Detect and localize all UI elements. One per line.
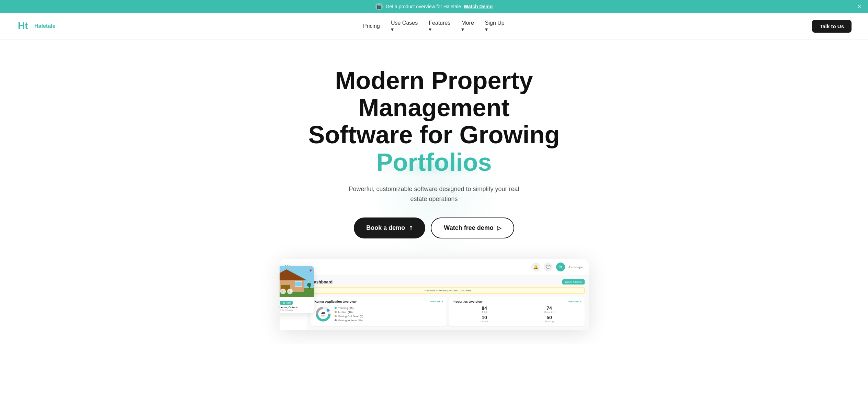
property-card-overlay: ♥ ‹ › For Rent Kitchener, Ontario 3 Bedr… xyxy=(280,266,314,313)
announcement-banner: 🎬 Get a product overview for Haletale Wa… xyxy=(0,0,868,13)
svg-rect-12 xyxy=(295,281,302,287)
nav-item-pricing[interactable]: Pricing xyxy=(363,23,380,29)
hero-buttons: Book a demo ↗ Watch free demo ▷ xyxy=(7,217,861,238)
renter-card-header: Renter Application Overview View All > xyxy=(315,300,443,303)
talk-to-us-button[interactable]: Talk to Us xyxy=(812,20,852,33)
book-demo-button[interactable]: Book a demo ↗ xyxy=(354,217,425,238)
property-info: For Rent Kitchener, Ontario 3 Bedrooms xyxy=(280,297,314,313)
features-chevron-icon: ▾ xyxy=(429,26,450,33)
logo-text: Haletale xyxy=(34,23,55,29)
renter-overview-card: Renter Application Overview View All > xyxy=(311,297,447,326)
hero-title: Modern Property Management Software for … xyxy=(286,67,582,176)
topbar-avatar: JK xyxy=(556,263,565,271)
dashboard-topbar: Ht 🔔 💬 JK Joe Keegan xyxy=(280,259,589,275)
stat-dot-moving-in xyxy=(335,319,337,321)
svg-text:Ht: Ht xyxy=(18,20,28,31)
renter-donut-chart: 40 Total xyxy=(315,305,332,323)
nav-item-use-cases[interactable]: Use Cases ▾ xyxy=(391,20,418,33)
stat-vacant: 10 Vacant xyxy=(453,315,516,323)
quick-actions-button[interactable]: Quick Actions xyxy=(562,279,584,284)
stat-pending: 50 Pending xyxy=(518,315,581,323)
dashboard-preview: Ht 🔔 💬 JK Joe Keegan Joe Keegan xyxy=(280,259,589,330)
properties-card-header: Properties Overview View All > xyxy=(453,300,581,303)
banner-text: Get a product overview for Haletale xyxy=(386,4,461,9)
topbar-actions: 🔔 💬 JK Joe Keegan xyxy=(531,263,583,271)
stat-occupied: 74 Occupied xyxy=(518,305,581,313)
property-sub: 3 Bedrooms xyxy=(280,309,311,311)
topbar-bell-icon: 🔔 xyxy=(531,263,540,271)
property-badge: For Rent xyxy=(280,301,293,305)
topbar-username: Joe Keegan xyxy=(568,266,583,269)
dashboard-title: Dashboard xyxy=(311,280,333,284)
nav-links: Pricing Use Cases ▾ Features ▾ More ▾ Si… xyxy=(363,20,505,33)
prev-property-button[interactable]: ‹ xyxy=(280,289,286,294)
svg-point-16 xyxy=(307,283,311,287)
renter-card-content: 40 Total Pending (15) xyxy=(315,305,443,323)
navbar: Ht Haletale Pricing Use Cases ▾ Features… xyxy=(0,13,868,40)
stat-moving-out: Moving Out Soon (9) xyxy=(335,315,363,318)
hero-title-part2: Software for Growing xyxy=(308,121,560,148)
watch-free-demo-button[interactable]: Watch free demo ▷ xyxy=(431,217,514,238)
property-address: Kitchener, Ontario xyxy=(280,306,311,309)
nav-item-signup[interactable]: Sign Up ▾ xyxy=(485,20,505,33)
dashboard-cards: Renter Application Overview View All > xyxy=(311,297,585,326)
topbar-chat-icon: 💬 xyxy=(544,263,553,271)
hero-title-part1: Modern Property Management xyxy=(335,67,533,121)
logo-icon: Ht xyxy=(16,19,32,34)
dashboard-header: Dashboard Quick Actions xyxy=(311,279,585,284)
dashboard-alert-1: You have 4 Pending Issues! Click Here xyxy=(311,287,585,294)
hero-subtitle: Powerful, customizable software designed… xyxy=(348,184,520,204)
stat-total: 84 Total xyxy=(453,305,516,313)
properties-view-all-link[interactable]: View All > xyxy=(568,300,581,303)
hero-section: Modern Property Management Software for … xyxy=(0,40,868,344)
stat-moving-in: Moving In Soon (49) xyxy=(335,319,363,322)
logo[interactable]: Ht Haletale xyxy=(16,19,55,34)
property-heart-icon[interactable]: ♥ xyxy=(309,268,312,273)
banner-watch-demo-link[interactable]: Watch Demo xyxy=(464,4,493,9)
dashboard-body: Joe Keegan Dashboard Dashboard Quick Act… xyxy=(280,275,589,330)
renter-view-all-link[interactable]: View All > xyxy=(430,300,443,303)
donut-value: 40 Total xyxy=(321,311,326,317)
arrow-icon: ↗ xyxy=(407,224,415,232)
stat-dot-pending xyxy=(335,307,337,309)
use-cases-chevron-icon: ▾ xyxy=(391,26,418,33)
banner-close-button[interactable]: × xyxy=(857,3,861,10)
stat-archive: Archive (10) xyxy=(335,311,363,314)
hero-title-highlight: Portfolios xyxy=(376,149,492,176)
stat-pending: Pending (15) xyxy=(335,306,363,310)
stat-dot-moving-out xyxy=(335,315,337,317)
signup-chevron-icon: ▾ xyxy=(485,26,505,33)
property-image: ♥ ‹ › xyxy=(280,266,314,297)
stat-dot-archive xyxy=(335,311,337,313)
renter-stats-list: Pending (15) Archive (10) Moving Out Soo… xyxy=(335,306,363,322)
nav-item-more[interactable]: More ▾ xyxy=(461,20,474,33)
more-chevron-icon: ▾ xyxy=(461,26,474,33)
next-property-button[interactable]: › xyxy=(287,289,293,294)
properties-stats: 84 Total 74 Occupied 10 Vacant xyxy=(453,305,581,323)
dashboard-frame: Ht 🔔 💬 JK Joe Keegan Joe Keegan xyxy=(280,259,589,330)
play-icon: ▷ xyxy=(497,225,501,231)
dashboard-main: Dashboard Quick Actions You have 4 Pendi… xyxy=(307,275,589,330)
nav-item-features[interactable]: Features ▾ xyxy=(429,20,450,33)
banner-icon: 🎬 xyxy=(375,3,383,10)
properties-overview-card: Properties Overview View All > 84 Total … xyxy=(449,297,585,326)
property-nav: ‹ › xyxy=(280,289,293,294)
